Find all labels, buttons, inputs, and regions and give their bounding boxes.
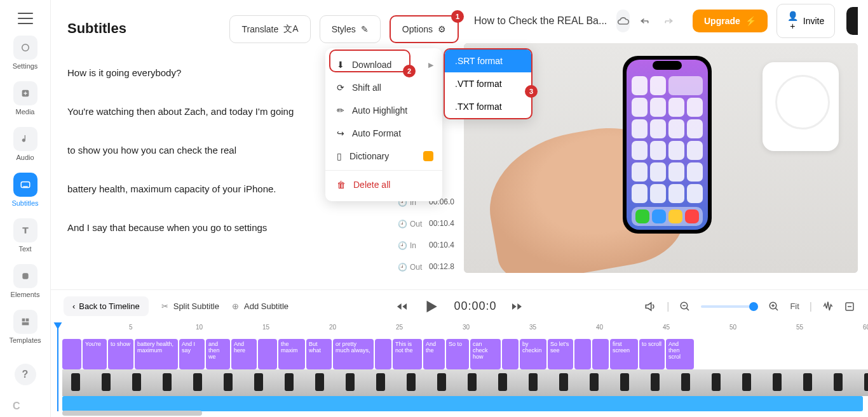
menu-auto-format[interactable]: ↪ Auto Format <box>325 122 442 145</box>
translate-button[interactable]: Translate 文A <box>229 15 310 43</box>
timing-value[interactable]: 00:10.4 <box>427 241 456 249</box>
menu-dictionary[interactable]: ▯ Dictionary <box>325 145 442 168</box>
sidebar-item-templates[interactable]: Templates <box>0 310 50 344</box>
playhead[interactable] <box>57 322 58 411</box>
video-thumbnail[interactable] <box>794 369 825 396</box>
subtitle-clip[interactable]: to scroll <box>639 339 665 369</box>
video-thumbnail[interactable] <box>581 369 611 396</box>
video-thumbnail[interactable] <box>520 369 550 396</box>
video-thumbnail[interactable] <box>459 369 489 396</box>
zoom-in-button[interactable] <box>768 301 780 312</box>
volume-icon[interactable] <box>644 300 656 313</box>
invite-button[interactable]: 👤+ Invite <box>776 4 835 38</box>
audio-track[interactable] <box>62 396 863 411</box>
undo-button[interactable] <box>639 10 652 32</box>
options-button[interactable]: Options ⚙ 1 <box>390 15 459 43</box>
subtitle-clip[interactable]: or pretty much always, <box>333 339 374 369</box>
subtitle-clip[interactable]: So to <box>446 339 469 369</box>
project-title[interactable]: How to Check the REAL Ba... <box>474 15 607 27</box>
video-track[interactable] <box>51 369 868 396</box>
subtitle-clip[interactable]: to show <box>108 339 133 369</box>
subtitle-clip[interactable]: This is not the <box>393 339 422 369</box>
redo-button[interactable] <box>661 10 675 32</box>
play-button[interactable] <box>422 298 440 315</box>
sidebar-item-subtitles[interactable]: Subtitles <box>0 173 50 207</box>
subtitle-clip[interactable]: the maxim <box>278 339 305 369</box>
video-thumbnail[interactable] <box>215 369 245 396</box>
video-thumbnail[interactable] <box>489 369 520 396</box>
video-thumbnail[interactable] <box>611 369 642 396</box>
sidebar-item-settings[interactable]: Settings <box>0 36 50 70</box>
video-thumbnail[interactable] <box>550 369 581 396</box>
sidebar-item-audio[interactable]: Audio <box>0 127 50 161</box>
video-thumbnail[interactable] <box>62 369 93 396</box>
video-thumbnail[interactable] <box>398 369 428 396</box>
subtitle-clip[interactable]: And here <box>231 339 257 369</box>
fit-button[interactable]: Fit <box>790 301 799 311</box>
video-thumbnail[interactable] <box>825 369 855 396</box>
forward-button[interactable] <box>511 300 524 313</box>
format-srt[interactable]: .SRT format <box>445 50 531 72</box>
video-thumbnail[interactable] <box>672 369 703 396</box>
zoom-out-button[interactable] <box>679 301 691 312</box>
timing-value[interactable]: 00:10.4 <box>427 220 456 228</box>
video-thumbnail[interactable] <box>276 369 306 396</box>
subtitle-clip[interactable]: battery health, maximum <box>135 339 178 369</box>
subtitle-line[interactable]: And I say that because when you go to se… <box>67 208 447 247</box>
subtitle-track[interactable]: You'reto showbattery health, maximumAnd … <box>51 339 868 369</box>
subtitle-clip[interactable] <box>258 339 277 369</box>
video-thumbnail[interactable] <box>184 369 215 396</box>
menu-shift-all[interactable]: ⟳ Shift all <box>325 76 442 99</box>
upgrade-button[interactable]: Upgrade ⚡ <box>693 10 768 32</box>
video-thumbnail[interactable] <box>245 369 276 396</box>
zoom-slider[interactable] <box>701 305 758 308</box>
subtitle-clip[interactable]: by checkin <box>520 339 546 369</box>
cloud-icon[interactable] <box>616 10 630 32</box>
subtitle-clip[interactable] <box>592 339 609 369</box>
format-vtt[interactable]: .VTT format <box>445 72 531 95</box>
subtitle-clip[interactable]: And the <box>423 339 445 369</box>
waveform-icon[interactable] <box>822 301 834 312</box>
menu-delete-all[interactable]: 🗑 Delete all <box>325 170 442 196</box>
collapse-icon[interactable] <box>844 301 855 312</box>
sidebar-item-elements[interactable]: Elements <box>0 264 50 298</box>
sidebar-item-media[interactable]: Media <box>0 81 50 116</box>
horizontal-scrollbar[interactable] <box>62 411 202 416</box>
help-button[interactable]: ? <box>15 364 36 385</box>
zoom-slider-knob[interactable] <box>749 302 758 311</box>
subtitle-clip[interactable]: So let's see <box>548 339 573 369</box>
menu-icon[interactable] <box>18 13 33 24</box>
video-thumbnail[interactable] <box>93 369 123 396</box>
video-thumbnail[interactable] <box>703 369 733 396</box>
timeline-ruler[interactable]: 51015202530354045505560 <box>51 322 868 339</box>
video-thumbnail[interactable] <box>337 369 367 396</box>
rewind-button[interactable] <box>395 300 408 313</box>
menu-download[interactable]: ⬇ Download ▶ <box>325 53 442 76</box>
video-thumbnail[interactable] <box>367 369 398 396</box>
menu-auto-highlight[interactable]: ✏ Auto Highlight <box>325 99 442 122</box>
subtitle-clip[interactable]: You're <box>83 339 107 369</box>
subtitle-clip[interactable] <box>502 339 519 369</box>
subtitle-clip[interactable] <box>574 339 591 369</box>
subtitle-clip[interactable]: And then scrol <box>666 339 694 369</box>
back-to-timeline-button[interactable]: ‹ Back to Timeline <box>64 296 149 316</box>
video-thumbnail[interactable] <box>123 369 154 396</box>
subtitle-clip[interactable]: can check how <box>470 339 501 369</box>
subtitle-clip[interactable]: first screen <box>610 339 638 369</box>
video-thumbnail[interactable] <box>764 369 794 396</box>
sidebar-item-text[interactable]: Text <box>0 218 50 253</box>
video-thumbnail[interactable] <box>306 369 337 396</box>
timeline[interactable]: 51015202530354045505560 You'reto showbat… <box>51 322 868 417</box>
video-thumbnail[interactable] <box>428 369 459 396</box>
video-thumbnail[interactable] <box>733 369 764 396</box>
format-txt[interactable]: .TXT format <box>445 95 531 118</box>
subtitle-clip[interactable] <box>62 339 81 369</box>
subtitle-clip[interactable] <box>375 339 391 369</box>
subtitle-clip[interactable]: But what <box>306 339 332 369</box>
video-thumbnail[interactable] <box>154 369 184 396</box>
add-subtitle-button[interactable]: ⊕ Add Subtitle <box>232 301 288 311</box>
subtitle-clip[interactable]: And I say <box>179 339 205 369</box>
subtitle-clip[interactable]: and then we <box>206 339 230 369</box>
split-subtitle-button[interactable]: ✂ Split Subtitle <box>161 301 219 311</box>
export-button[interactable] <box>846 7 858 35</box>
